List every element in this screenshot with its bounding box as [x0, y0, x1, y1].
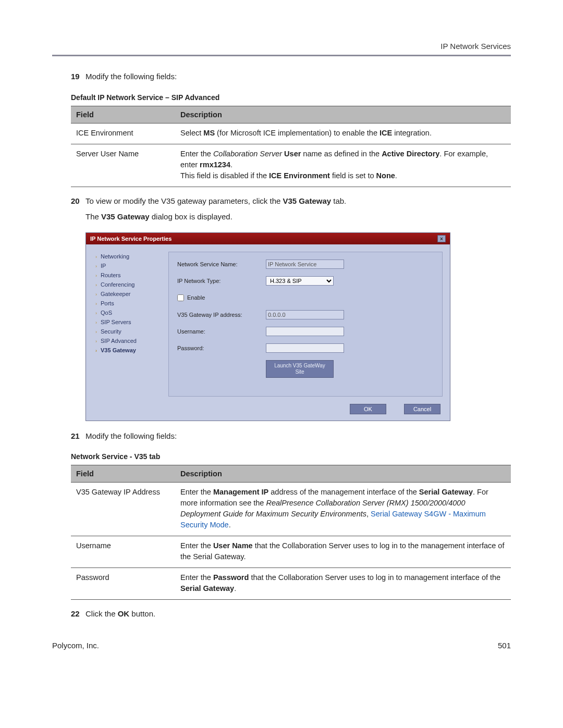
cell-field: Password	[71, 568, 175, 600]
table-row: ICE Environment Select MS (for Microsoft…	[71, 123, 511, 144]
header-rule	[52, 55, 511, 56]
step-text: Click the OK button.	[85, 608, 511, 620]
table1-title: Default IP Network Service – SIP Advance…	[71, 93, 511, 102]
step-20-sub: The V35 Gateway dialog box is displayed.	[85, 211, 511, 223]
nav-ip[interactable]: ›IP	[93, 261, 161, 270]
page-header-section: IP Network Services	[52, 42, 511, 55]
nav-networking[interactable]: ›Networking	[93, 252, 161, 261]
select-network-type[interactable]: H.323 & SIP	[266, 276, 334, 286]
nav-v35-gateway[interactable]: ›V35 Gateway	[93, 346, 161, 355]
dialog-titlebar: IP Network Service Properties ×	[86, 233, 450, 244]
label-username: Username:	[177, 328, 266, 335]
cell-desc: Enter the Password that the Collaboratio…	[175, 568, 511, 600]
table-row: V35 Gateway IP Address Enter the Managem…	[71, 483, 511, 536]
input-username[interactable]	[266, 327, 344, 336]
label-network-type: IP Network Type:	[177, 278, 266, 284]
page-footer: Polycom, Inc. 501	[52, 641, 511, 650]
dialog-form: Network Service Name: IP Network Type: H…	[168, 252, 443, 397]
label-service-name: Network Service Name:	[177, 261, 266, 267]
label-v35-ip: V35 Gateway IP address:	[177, 312, 266, 318]
col-field: Field	[71, 465, 175, 483]
cell-desc: Enter the Collaboration Server User name…	[175, 144, 511, 187]
cell-field: Username	[71, 536, 175, 568]
dialog-title-text: IP Network Service Properties	[90, 236, 172, 242]
nav-routers[interactable]: ›Routers	[93, 270, 161, 280]
table-sip-advanced: Field Description ICE Environment Select…	[71, 106, 511, 187]
dialog-screenshot: IP Network Service Properties × ›Network…	[85, 232, 450, 421]
table-row: Username Enter the User Name that the Co…	[71, 536, 511, 568]
nav-ports[interactable]: ›Ports	[93, 299, 161, 308]
nav-conferencing[interactable]: ›Conferencing	[93, 280, 161, 289]
label-password: Password:	[177, 345, 266, 351]
nav-sip-servers[interactable]: ›SIP Servers	[93, 317, 161, 327]
launch-v35-button[interactable]: Launch V35 GateWay Site	[266, 360, 334, 378]
cell-desc: Enter the Management IP address of the m…	[175, 483, 511, 536]
footer-left: Polycom, Inc.	[52, 641, 99, 650]
table2-title: Network Service - V35 tab	[71, 452, 511, 461]
table-row: Server User Name Enter the Collaboration…	[71, 144, 511, 187]
col-description: Description	[175, 465, 511, 483]
step-number: 20	[71, 195, 85, 207]
nav-security[interactable]: ›Security	[93, 327, 161, 336]
step-21: 21 Modify the following fields:	[71, 430, 511, 442]
cell-desc: Select MS (for Microsoft ICE implementat…	[175, 123, 511, 144]
col-description: Description	[175, 106, 511, 123]
step-19: 19 Modify the following fields:	[71, 71, 511, 83]
label-enable: Enable	[187, 294, 205, 301]
step-20: 20 To view or modify the V35 gateway par…	[71, 195, 511, 207]
table-v35: Field Description V35 Gateway IP Address…	[71, 465, 511, 600]
input-service-name	[266, 260, 344, 269]
dialog-nav: ›Networking ›IP ›Routers ›Conferencing ›…	[93, 252, 161, 397]
close-icon[interactable]: ×	[437, 235, 446, 242]
step-text: Modify the following fields:	[85, 71, 511, 83]
cell-field: ICE Environment	[71, 123, 175, 144]
ok-button[interactable]: OK	[350, 404, 386, 414]
input-password[interactable]	[266, 343, 344, 353]
nav-qos[interactable]: ›QoS	[93, 308, 161, 317]
step-text: Modify the following fields:	[85, 430, 511, 442]
step-number: 21	[71, 430, 85, 442]
table-row: Password Enter the Password that the Col…	[71, 568, 511, 600]
step-22: 22 Click the OK button.	[71, 608, 511, 620]
step-number: 19	[71, 71, 85, 83]
input-v35-ip[interactable]	[266, 310, 344, 319]
cell-desc: Enter the User Name that the Collaborati…	[175, 536, 511, 568]
nav-sip-advanced[interactable]: ›SIP Advanced	[93, 336, 161, 346]
cell-field: V35 Gateway IP Address	[71, 483, 175, 536]
step-number: 22	[71, 608, 85, 620]
step-text: To view or modify the V35 gateway parame…	[85, 195, 511, 207]
cancel-button[interactable]: Cancel	[404, 404, 440, 414]
col-field: Field	[71, 106, 175, 123]
nav-gatekeeper[interactable]: ›Gatekeeper	[93, 289, 161, 299]
checkbox-enable[interactable]	[177, 294, 184, 301]
cell-field: Server User Name	[71, 144, 175, 187]
footer-right: 501	[498, 641, 511, 650]
